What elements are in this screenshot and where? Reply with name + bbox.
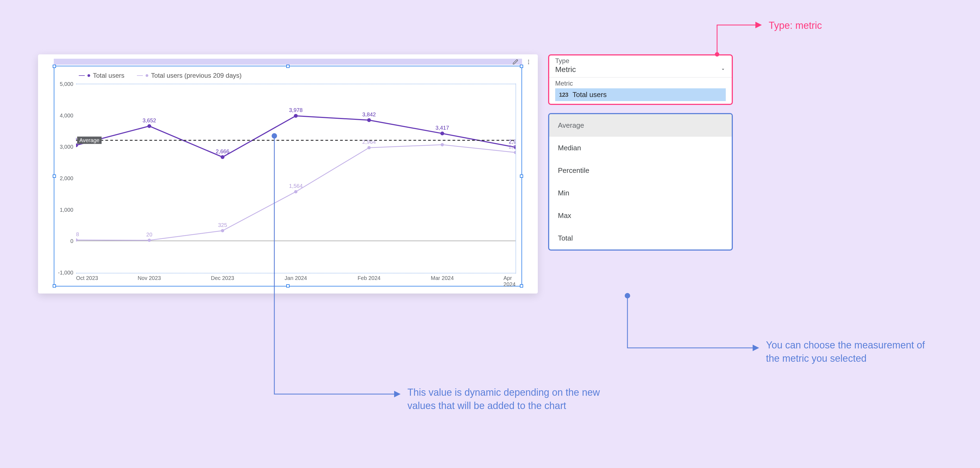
resize-handle[interactable] xyxy=(520,65,523,68)
type-label: Type xyxy=(555,57,726,65)
x-tick-label: Jan 2024 xyxy=(285,275,307,281)
svg-text:325: 325 xyxy=(218,222,227,228)
svg-point-2 xyxy=(528,63,529,64)
x-tick-label: Oct 2023 xyxy=(76,275,98,281)
annotation-type-metric: Type: metric xyxy=(769,19,822,32)
svg-point-6 xyxy=(148,124,151,128)
chart-header-bar xyxy=(54,59,522,65)
svg-point-10 xyxy=(294,114,298,118)
y-tick-label: 1,000 xyxy=(54,207,73,213)
svg-point-22 xyxy=(221,229,224,232)
annotation-measurement: You can choose the measurement of the me… xyxy=(766,339,940,365)
svg-point-12 xyxy=(367,118,371,122)
more-vertical-icon[interactable] xyxy=(525,58,532,66)
x-tick-label: Mar 2024 xyxy=(431,275,454,281)
y-tick-label: 4,000 xyxy=(54,112,73,119)
svg-text:28: 28 xyxy=(76,231,79,237)
y-tick-label: -1,000 xyxy=(54,270,73,276)
x-tick-label: Nov 2023 xyxy=(138,275,161,281)
type-value: Metric xyxy=(555,65,576,74)
y-tick-label: 0 xyxy=(54,238,73,244)
svg-text:2,666: 2,666 xyxy=(216,149,229,154)
legend-item[interactable]: Total users xyxy=(79,72,124,79)
x-tick-label: Apr 2024 xyxy=(504,275,515,288)
resize-handle[interactable] xyxy=(520,284,523,288)
average-badge: Average xyxy=(77,137,102,144)
y-tick-label: 2,000 xyxy=(54,175,73,182)
x-axis: Oct 2023Nov 2023Dec 2023Jan 2024Feb 2024… xyxy=(76,275,516,283)
resize-handle[interactable] xyxy=(286,65,290,68)
chart-card: Total users Total users (previous 209 da… xyxy=(38,54,538,294)
svg-text:3,417: 3,417 xyxy=(435,125,449,131)
type-panel: Type Metric Metric 123 Total users xyxy=(548,54,733,105)
config-panel: Type Metric Metric 123 Total users Avera… xyxy=(548,54,733,251)
legend-label: Total users xyxy=(93,72,124,79)
chevron-down-icon xyxy=(720,65,726,74)
x-tick-label: Feb 2024 xyxy=(358,275,380,281)
svg-point-24 xyxy=(294,190,298,193)
metric-chip[interactable]: 123 Total users xyxy=(555,88,726,101)
measure-option[interactable]: Max xyxy=(549,204,732,227)
chart-svg: 3,0423,6522,6663,9783,8423,4172,97628203… xyxy=(76,84,515,272)
svg-text:2,812: 2,812 xyxy=(509,144,515,150)
svg-text:2,964: 2,964 xyxy=(362,139,376,145)
measure-option[interactable]: Percentile xyxy=(549,159,732,182)
svg-point-26 xyxy=(368,146,371,149)
svg-text:3,842: 3,842 xyxy=(362,112,376,117)
svg-point-28 xyxy=(441,143,444,146)
chart-selection-frame[interactable]: Total users Total users (previous 209 da… xyxy=(54,66,522,286)
resize-handle[interactable] xyxy=(53,65,56,68)
svg-text:20: 20 xyxy=(146,232,153,238)
annotation-dynamic-value: This value is dynamic depending on the n… xyxy=(407,386,614,412)
svg-point-20 xyxy=(148,239,151,242)
measurement-dropdown: AverageMedianPercentileMinMaxTotal xyxy=(548,113,733,251)
metric-value: Total users xyxy=(573,91,607,99)
y-axis: -1,00001,0002,0003,0004,0005,000 xyxy=(54,84,75,273)
svg-text:3,652: 3,652 xyxy=(143,117,156,123)
resize-handle[interactable] xyxy=(520,174,523,178)
number-icon: 123 xyxy=(559,91,568,98)
x-tick-label: Dec 2023 xyxy=(211,275,234,281)
measure-option[interactable]: Median xyxy=(549,137,732,159)
svg-text:1,564: 1,564 xyxy=(289,183,302,189)
y-tick-label: 5,000 xyxy=(54,81,73,87)
svg-point-29 xyxy=(514,151,515,154)
legend-item[interactable]: Total users (previous 209 days) xyxy=(137,72,242,79)
measure-option[interactable]: Average xyxy=(549,114,732,137)
measure-option[interactable]: Total xyxy=(549,227,732,249)
legend-label: Total users (previous 209 days) xyxy=(151,72,242,79)
pencil-icon[interactable] xyxy=(512,58,519,66)
resize-handle[interactable] xyxy=(286,284,290,288)
svg-point-1 xyxy=(528,61,529,62)
y-tick-label: 3,000 xyxy=(54,144,73,150)
resize-handle[interactable] xyxy=(53,284,56,288)
svg-point-14 xyxy=(440,131,444,135)
metric-label: Metric xyxy=(555,80,726,87)
svg-point-0 xyxy=(528,60,529,61)
legend: Total users Total users (previous 209 da… xyxy=(79,72,242,79)
svg-point-34 xyxy=(625,293,630,299)
measure-option[interactable]: Min xyxy=(549,182,732,204)
svg-text:3,978: 3,978 xyxy=(289,107,302,113)
svg-point-8 xyxy=(221,155,224,159)
type-select[interactable]: Metric xyxy=(549,65,732,77)
